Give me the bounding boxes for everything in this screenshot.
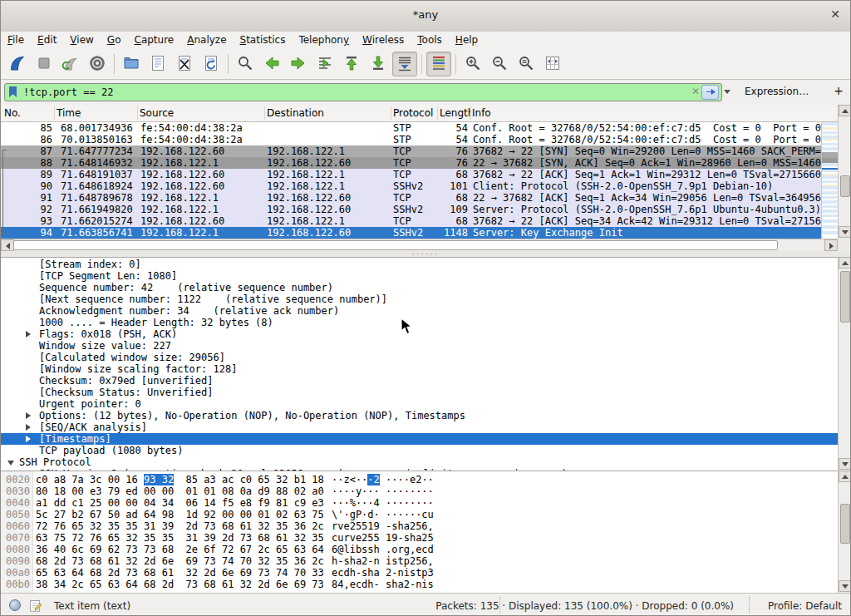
detail-line[interactable]: [Calculated window size: 29056] — [1, 352, 838, 363]
detail-line[interactable]: [Checksum Status: Unverified] — [1, 387, 838, 398]
scrollbar-thumb[interactable] — [840, 175, 850, 197]
hex-row-0090[interactable]: 009068 2d 73 68 61 32 2d 6e 69 73 74 70 … — [1, 555, 838, 567]
auto-scroll-icon[interactable] — [392, 52, 417, 76]
display-filter-input[interactable]: !tcp.port == 22 ✕ — [4, 83, 722, 101]
detail-line[interactable]: [SEQ/ACK analysis] — [1, 421, 838, 433]
zoom-out-icon[interactable] — [487, 52, 512, 76]
column-divider[interactable] — [470, 106, 471, 120]
detail-line[interactable]: Sequence number: 42 (relative sequence n… — [1, 282, 838, 293]
hex-row-0030[interactable]: 003080 18 00 e3 79 ed 00 00 01 01 08 0a … — [1, 485, 838, 497]
scroll-down-button[interactable] — [839, 458, 851, 470]
expression-button[interactable]: Expression… — [745, 86, 809, 97]
column-header-time[interactable]: Time — [57, 107, 136, 119]
zoom-original-icon[interactable] — [514, 52, 539, 76]
stop-capture-icon[interactable] — [32, 52, 57, 76]
packet-row-88[interactable]: 8871.648146932192.168.122.1192.168.122.6… — [1, 157, 821, 169]
menu-capture[interactable]: Capture — [127, 32, 180, 47]
column-divider[interactable] — [137, 106, 138, 120]
expand-arrow-icon[interactable] — [26, 331, 31, 338]
save-file-icon[interactable] — [145, 52, 170, 76]
packet-row-93[interactable]: 9371.662015274192.168.122.60192.168.122.… — [1, 215, 821, 227]
packet-row-85[interactable]: 8568.001734936fe:54:00:d4:38:2aSTP54Conf… — [1, 122, 821, 134]
packet-row-94-selected[interactable]: 9471.663856741192.168.122.1192.168.122.6… — [1, 227, 821, 239]
profile-text[interactable]: Profile: Default — [768, 600, 842, 612]
reload-file-icon[interactable] — [199, 52, 224, 76]
column-divider[interactable] — [437, 106, 438, 120]
column-divider[interactable] — [264, 106, 265, 120]
detail-line[interactable]: Options: (12 bytes), No-Operation (NOP),… — [1, 410, 838, 421]
pane-splitter[interactable]: ······ — [1, 251, 850, 257]
expert-info-icon[interactable] — [9, 599, 21, 611]
scroll-up-button[interactable] — [839, 105, 851, 116]
detail-line[interactable]: SSH Protocol — [1, 456, 838, 468]
scroll-down-button[interactable] — [839, 226, 851, 238]
packet-row-89[interactable]: 8971.648191037192.168.122.60192.168.122.… — [1, 169, 821, 180]
menu-telephony[interactable]: Telephony — [292, 32, 356, 47]
scrollbar-thumb[interactable] — [840, 271, 850, 323]
scroll-down-button[interactable] — [839, 580, 851, 592]
expand-arrow-icon[interactable] — [26, 412, 31, 419]
go-to-packet-icon[interactable] — [312, 52, 337, 76]
detail-line[interactable]: [Next sequence number: 1122 (relative se… — [1, 293, 838, 305]
column-divider[interactable] — [54, 106, 55, 120]
packet-row-86[interactable]: 8670.013850163fe:54:00:d4:38:2aSTP54Conf… — [1, 134, 821, 145]
packet-detail-vscrollbar[interactable] — [838, 257, 851, 471]
menu-view[interactable]: View — [63, 32, 100, 47]
menu-tools[interactable]: Tools — [411, 32, 449, 47]
column-header-no[interactable]: No. — [4, 107, 52, 119]
detail-line[interactable]: Window size value: 227 — [1, 340, 838, 352]
hex-row-0020[interactable]: 0020c0 a8 7a 3c 00 16 93 32 85 a3 ac c0 … — [1, 474, 838, 485]
menu-edit[interactable]: Edit — [31, 32, 63, 47]
column-header-source[interactable]: Source — [140, 107, 263, 119]
packet-row-87[interactable]: 8771.647777234192.168.122.60192.168.122.… — [1, 145, 821, 157]
colorize-icon[interactable] — [426, 52, 451, 76]
hex-row-0040[interactable]: 0040a1 dd c1 25 00 00 04 34 06 14 f5 e8 … — [1, 497, 838, 509]
column-header-destination[interactable]: Destination — [267, 107, 390, 119]
hex-row-0060[interactable]: 006072 76 65 32 35 35 31 39 2d 73 68 61 … — [1, 520, 838, 532]
start-capture-icon[interactable] — [5, 52, 30, 76]
resize-columns-icon[interactable] — [540, 52, 565, 76]
detail-line[interactable]: Checksum: 0x79ed [unverified] — [1, 375, 838, 387]
menu-wireless[interactable]: Wireless — [356, 32, 411, 47]
zoom-in-icon[interactable] — [460, 52, 485, 76]
collapse-arrow-icon[interactable] — [7, 461, 14, 466]
open-file-icon[interactable] — [119, 52, 144, 76]
apply-filter-icon[interactable] — [701, 85, 719, 100]
go-back-icon[interactable] — [259, 52, 284, 76]
go-to-bottom-icon[interactable] — [366, 52, 391, 76]
filter-history-caret[interactable] — [724, 90, 730, 94]
intelligent-scrollbar-minimap[interactable] — [821, 122, 838, 239]
detail-line-selected[interactable]: [Timestamps] — [1, 433, 838, 445]
detail-line[interactable]: 1000 .... = Header Length: 32 bytes (8) — [1, 317, 838, 328]
detail-line[interactable]: [TCP Segment Len: 1080] — [1, 270, 838, 282]
filter-text[interactable]: !tcp.port == 22 — [23, 86, 113, 98]
detail-line[interactable]: [Window size scaling factor: 128] — [1, 363, 838, 375]
scroll-up-button[interactable] — [839, 257, 851, 269]
menu-go[interactable]: Go — [101, 32, 128, 47]
packet-bytes-vscrollbar[interactable] — [838, 471, 851, 593]
column-divider[interactable] — [391, 106, 391, 120]
detail-line[interactable]: Flags: 0x018 (PSH, ACK) — [1, 328, 838, 340]
detail-line[interactable]: TCP payload (1080 bytes) — [1, 445, 838, 456]
detail-line[interactable]: Urgent pointer: 0 — [1, 398, 838, 410]
detail-line[interactable]: Acknowledgment number: 34 (relative ack … — [1, 305, 838, 317]
detail-line[interactable]: [Stream index: 0] — [1, 259, 838, 270]
hex-row-0050[interactable]: 00505c 27 b2 67 50 ad 64 98 1d 92 00 00 … — [1, 509, 838, 520]
close-file-icon[interactable] — [172, 52, 197, 76]
packet-list-vscrollbar[interactable] — [838, 105, 851, 239]
packet-row-90[interactable]: 9071.648618924192.168.122.60192.168.122.… — [1, 180, 821, 192]
column-header-info[interactable]: Info — [472, 107, 821, 119]
column-header-length[interactable]: Length — [440, 107, 470, 119]
expand-arrow-icon[interactable] — [26, 436, 31, 442]
expand-arrow-icon[interactable] — [26, 424, 31, 431]
hex-row-00b0[interactable]: 00b038 34 2c 65 63 64 68 2d 73 68 61 32 … — [1, 579, 838, 590]
column-header-protocol[interactable]: Protocol — [393, 107, 436, 119]
go-to-top-icon[interactable] — [339, 52, 364, 76]
capture-comment-icon[interactable] — [29, 599, 42, 615]
packet-row-91[interactable]: 9171.648789678192.168.122.1192.168.122.6… — [1, 192, 821, 204]
hex-row-00a0[interactable]: 00a065 63 64 68 2d 73 68 61 32 2d 6e 69 … — [1, 567, 838, 579]
scroll-up-button[interactable] — [839, 471, 851, 482]
menu-file[interactable]: File — [1, 32, 31, 47]
go-forward-icon[interactable] — [286, 52, 311, 76]
hex-row-0080[interactable]: 008036 40 6c 69 62 73 73 68 2e 6f 72 67 … — [1, 544, 838, 555]
